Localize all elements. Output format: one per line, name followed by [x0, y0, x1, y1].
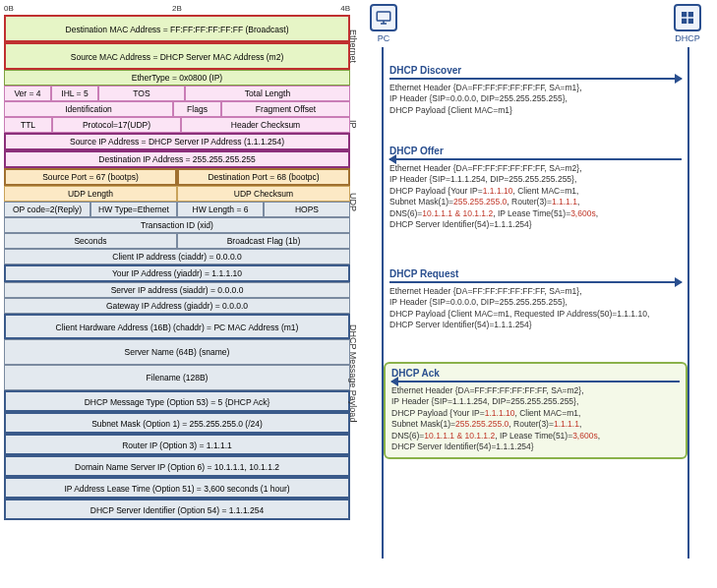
pl-opt54: DHCP Server Identifier (Option 54) = 1.1… — [4, 499, 350, 520]
byte-ruler: 0B2B4B — [4, 4, 350, 13]
node-pc: PC — [370, 4, 397, 43]
pl-opt6: Domain Name Server IP (Option 6) = 10.1.… — [4, 455, 350, 477]
pl-opt1: Subnet Mask (Option 1) = 255.255.255.0 (… — [4, 412, 350, 434]
pc-icon — [370, 4, 397, 31]
pl-bflag: Broadcast Flag (1b) — [177, 233, 350, 249]
ip-dip: Destination IP Address = 255.255.255.255 — [4, 150, 350, 168]
pl-siaddr: Server IP address (siaddr) = 0.0.0.0 — [4, 282, 350, 298]
svg-rect-0 — [377, 12, 390, 21]
msg-discover: DHCP Discover Ethernet Header {DA=FF:FF:… — [389, 65, 682, 116]
ip-tlen: Total Length — [185, 86, 350, 101]
node-dhcp: DHCP — [674, 4, 701, 43]
pl-yiaddr: Your IP Address (yiaddr) = 1.1.1.10 — [4, 265, 350, 282]
eth-type: EtherType = 0x0800 (IP) — [4, 70, 350, 86]
ip-flags: Flags — [173, 101, 221, 117]
ip-ihl: IHL = 5 — [51, 86, 98, 101]
msg-request: DHCP Request Ethernet Header {DA=FF:FF:F… — [389, 268, 682, 331]
pl-chaddr: Client Hardware Address (16B) (chaddr) =… — [4, 314, 350, 339]
pl-file: Filename (128B) — [4, 365, 350, 390]
svg-rect-1 — [682, 12, 687, 17]
pl-op: OP code=2(Reply) — [4, 202, 90, 217]
svg-rect-4 — [688, 19, 693, 24]
lifeline-pc — [382, 47, 384, 559]
ip-frag: Fragment Offset — [221, 101, 350, 117]
pl-secs: Seconds — [4, 233, 177, 249]
ip-tos: TOS — [98, 86, 185, 101]
pl-opt51: IP Address Lease Time (Option 51) = 3,60… — [4, 477, 350, 499]
pl-opt53: DHCP Message Type (Option 53) = 5 {DHCP … — [4, 390, 350, 412]
msg-offer: DHCP Offer Ethernet Header {DA=FF:FF:FF:… — [389, 146, 682, 231]
eth-src: Source MAC Address = DHCP Server MAC Add… — [4, 42, 350, 70]
sequence-diagram: PC DHCP DHCP Discover Ethernet Header {D… — [354, 0, 717, 588]
dhcp-icon — [674, 4, 701, 31]
udp-dport: Destination Port = 68 (bootpc) — [177, 168, 350, 186]
pl-giaddr: Gateway IP Address (giaddr) = 0.0.0.0 — [4, 298, 350, 314]
ip-ttl: TTL — [4, 117, 52, 133]
ip-ident: Identification — [4, 101, 173, 117]
udp-csum: UDP Checksum — [177, 186, 350, 202]
msg-ack: DHCP Ack Ethernet Header {DA=FF:FF:FF:FF… — [384, 362, 687, 459]
svg-rect-3 — [682, 19, 687, 24]
udp-sport: Source Port = 67 (bootps) — [4, 168, 177, 186]
ip-proto: Protocol=17(UDP) — [52, 117, 181, 133]
ip-sip: Source IP Address = DHCP Server IP Addre… — [4, 133, 350, 150]
udp-len: UDP Length — [4, 186, 177, 202]
pl-xid: Transaction ID (xid) — [4, 217, 350, 233]
packet-table: 0B2B4B Destination MAC Address = FF:FF:F… — [0, 0, 354, 588]
pl-hops: HOPS — [264, 202, 350, 217]
pl-hwtype: HW Type=Ethernet — [90, 202, 177, 217]
pl-opt3: Router IP (Option 3) = 1.1.1.1 — [4, 434, 350, 455]
pl-hwlen: HW Length = 6 — [177, 202, 264, 217]
ip-ver: Ver = 4 — [4, 86, 51, 101]
lifeline-dhcp — [687, 47, 689, 559]
pl-ciaddr: Client IP address (ciaddr) = 0.0.0.0 — [4, 249, 350, 265]
eth-dst: Destination MAC Address = FF:FF:FF:FF:FF… — [4, 15, 350, 42]
ip-hcsum: Header Checksum — [181, 117, 350, 133]
svg-rect-2 — [688, 12, 693, 17]
pl-sname: Server Name (64B) (sname) — [4, 339, 350, 365]
